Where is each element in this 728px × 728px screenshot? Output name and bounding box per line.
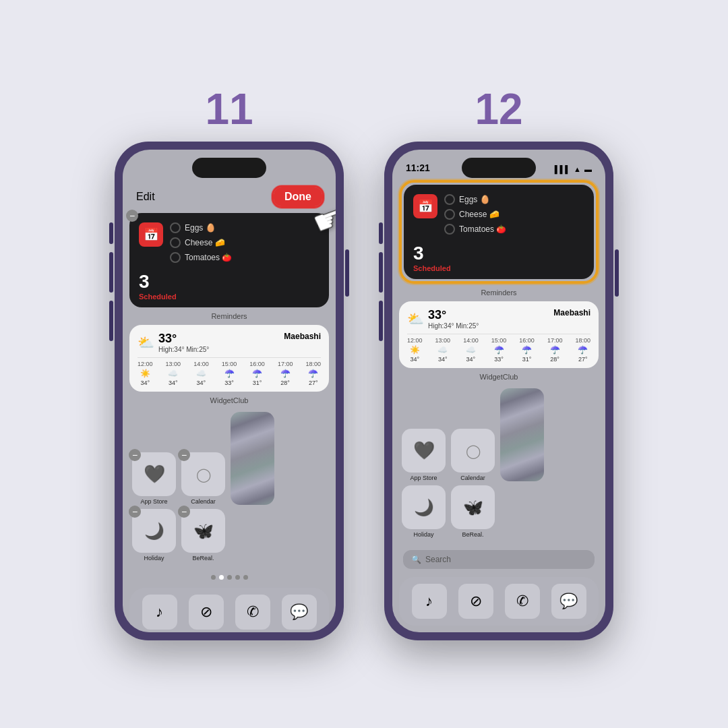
left-buttons-12: [379, 222, 383, 341]
weather-widget-11: − ⛅ 33° High:34° Min:25° Maebashi: [129, 325, 329, 392]
power-button: [345, 249, 349, 297]
messages-glyph: 💬: [290, 603, 308, 621]
timer-dock-icon-12[interactable]: ⊘: [458, 584, 493, 619]
widget-header-12: 📅 Eggs 🥚 Cheese 🧀: [413, 194, 584, 239]
bereal-icon-12[interactable]: 🦋: [451, 485, 495, 529]
weather-hour-1-12: 13:00 ☁️ 34°: [435, 337, 451, 363]
volume-up-button-12: [379, 252, 383, 293]
weather-hour-6: 18:00 ☂️ 27°: [305, 361, 321, 386]
wh-temp-3: 33°: [224, 380, 234, 386]
music-dock-icon-12[interactable]: ♪: [412, 584, 447, 619]
weather-detail: High:34° Min:25°: [158, 346, 209, 353]
wh-time-5: 17:00: [278, 361, 293, 367]
weather-top: ⛅ 33° High:34° Min:25° Maebashi: [138, 332, 321, 353]
app-item-widgetclub-large-11: [231, 412, 274, 505]
minus-appstore[interactable]: −: [129, 449, 141, 461]
search-bar-12[interactable]: 🔍 Search: [403, 550, 595, 569]
done-button-wrapper: Done ☛: [274, 187, 322, 206]
heart-glyph-12: 🤍: [413, 440, 435, 461]
calendar-icon-12: 📅: [418, 199, 433, 214]
weather-detail-12: High:34° Min:25°: [428, 322, 479, 330]
weather-left-12: ⛅ 33° High:34° Min:25°: [407, 308, 479, 330]
main-container: 11 Edit Done ☛: [88, 61, 640, 667]
search-icon-12: 🔍: [411, 555, 421, 564]
phone-dock-icon-12[interactable]: ✆: [505, 584, 540, 619]
phone-dock-icon-11[interactable]: ✆: [235, 595, 270, 630]
appstore-icon-12[interactable]: 🤍: [402, 429, 446, 473]
reminder-circle-1-12: [444, 194, 455, 205]
app-item-widgetclub-large-12: [500, 388, 544, 481]
wh-time-4: 16:00: [249, 361, 265, 367]
weather-top-12: ⛅ 33° High:34° Min:25° Maebashi: [407, 308, 590, 330]
wh-icon-5: ☂️: [280, 369, 291, 378]
weather-hour-0-12: 12:00 ☀️ 34°: [407, 337, 423, 363]
signal-icon: ▌▌▌: [555, 165, 570, 173]
dot-1: [211, 575, 216, 580]
wh-icon-2: ☁️: [196, 369, 206, 378]
minus-calendar[interactable]: −: [178, 449, 190, 461]
wh-temp-5: 28°: [280, 380, 290, 386]
messages-dock-icon-12[interactable]: 💬: [551, 584, 586, 619]
wh-temp-0: 34°: [140, 380, 150, 386]
reminders-scheduled-12: Scheduled: [413, 264, 584, 272]
dock-messages-11: − 💬: [282, 595, 317, 630]
moon-glyph-12: 🌙: [414, 498, 434, 517]
phone-11: Edit Done ☛ − 📅: [115, 142, 344, 640]
reminder-circle-2-12: [444, 209, 455, 220]
wh-time-1: 13:00: [166, 361, 181, 367]
minus-holiday[interactable]: −: [129, 506, 141, 518]
minus-badge-reminders[interactable]: −: [126, 210, 138, 222]
timer-dock-icon-11[interactable]: ⊘: [189, 595, 224, 630]
weather-city: Maebashi: [284, 332, 321, 341]
wh-time-6-12: 18:00: [575, 337, 590, 344]
phone-screen-12: 11:21 ▌▌▌ ▲ ▬ 📅: [392, 150, 605, 632]
calendar-app-icon-12[interactable]: ◯: [451, 429, 495, 473]
reminder-text-3-12: Tomatoes 🍅: [459, 224, 506, 234]
wh-icon-1: ☁️: [168, 369, 178, 378]
weather-temp: 33°: [158, 332, 209, 346]
wh-temp-1: 34°: [169, 380, 178, 386]
dock-music-12: ♪: [412, 584, 447, 619]
weather-hour-4: 16:00 ☂️ 31°: [249, 361, 265, 386]
dock-timer-11: − ⊘: [189, 595, 224, 630]
widgetclub-large-icon-11[interactable]: [231, 412, 274, 505]
weather-sun-icon-12: ⛅: [407, 311, 424, 327]
widgetclub-large-icon-12[interactable]: [500, 388, 544, 481]
music-glyph-12: ♪: [425, 593, 433, 610]
timer-glyph: ⊘: [200, 603, 212, 621]
music-dock-icon-11[interactable]: ♪: [142, 595, 177, 630]
minus-bereal[interactable]: −: [178, 506, 190, 518]
reminders-icon-12: 📅: [413, 194, 437, 218]
reminders-widget-11: − 📅 Eggs 🥚 Cheese 🧀: [129, 213, 329, 307]
minus-dock-messages[interactable]: −: [123, 150, 131, 158]
app-grid-12: 🤍 App Store ◯ Calendar: [399, 386, 599, 545]
holiday-icon-12[interactable]: 🌙: [402, 485, 446, 529]
widget-header: 📅 Eggs 🥚 Cheese 🧀: [139, 222, 320, 267]
dock-timer-12: ⊘: [458, 584, 493, 619]
app-item-bereal-12: 🦋 BeReal.: [451, 485, 495, 538]
volume-up-button: [109, 252, 113, 293]
phone-12: 11:21 ▌▌▌ ▲ ▬ 📅: [384, 142, 613, 640]
reminders-bottom: 3 Scheduled: [139, 271, 320, 301]
phone-glyph: ✆: [247, 603, 259, 621]
app-row-1-11: − 🤍 App Store − ◯ Calendar: [132, 412, 326, 505]
messages-dock-icon-11[interactable]: 💬: [282, 595, 317, 630]
reminder-circle-3: [170, 252, 181, 263]
status-time-12: 11:21: [406, 162, 430, 173]
wh-icon-4: ☂️: [252, 369, 262, 378]
dot-5: [243, 575, 248, 580]
reminders-bottom-12: 3 Scheduled: [413, 243, 584, 272]
app-row-2-11: − 🌙 Holiday − 🦋 BeReal.: [132, 509, 326, 562]
left-buttons: [109, 222, 113, 341]
weather-hour-3-12: 15:00 ☂️ 33°: [491, 337, 507, 363]
timer-glyph-12: ⊘: [470, 593, 482, 610]
weather-hour-3: 15:00 ☂️ 33°: [222, 361, 237, 386]
app-item-holiday-12: 🌙 Holiday: [402, 485, 446, 538]
done-button[interactable]: Done: [274, 187, 322, 206]
phone-glyph-12: ✆: [516, 593, 528, 610]
reminder-circle-2: [170, 237, 181, 248]
wh-icon-1-12: ☁️: [437, 345, 448, 355]
app-item-bereal-11: − 🦋 BeReal.: [181, 509, 225, 562]
volume-down-button-12: [379, 301, 383, 341]
dock-music-11: − ♪: [142, 595, 177, 630]
